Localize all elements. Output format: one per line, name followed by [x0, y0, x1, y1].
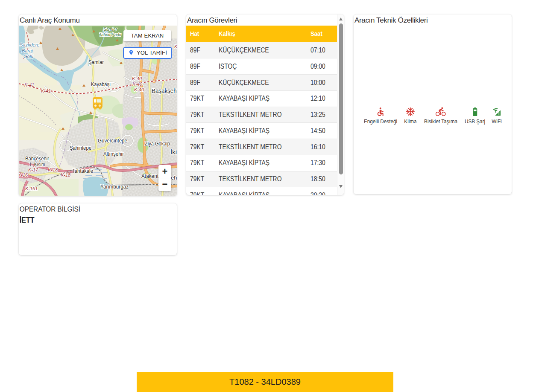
svg-text:Baraj: Baraj	[22, 48, 33, 53]
svg-text:K-161: K-161	[25, 186, 38, 191]
svg-text:Başakşehir: Başakşehir	[152, 87, 177, 94]
svg-text:K-17: K-17	[28, 167, 38, 172]
svg-text:K-40: K-40	[132, 81, 143, 87]
svg-text:İkitelli: İkitelli	[170, 149, 177, 155]
svg-text:Tabiat Parkı: Tabiat Parkı	[99, 32, 121, 37]
svg-text:K-41: K-41	[24, 82, 34, 87]
svg-text:Bahçeşehir: Bahçeşehir	[25, 155, 50, 162]
svg-text:K-18: K-18	[48, 167, 58, 172]
svg-text:Sazlıdere: Sazlıdere	[20, 42, 39, 47]
svg-text:1. Kısım: 1. Kısım	[29, 161, 45, 168]
svg-text:K-16: K-16	[19, 172, 28, 177]
svg-text:Şamlar: Şamlar	[88, 59, 104, 65]
svg-text:K-40: K-40	[134, 87, 144, 92]
svg-text:Kayabaşı: Kayabaşı	[91, 81, 111, 87]
svg-text:K-18: K-18	[61, 172, 71, 177]
svg-text:Güvercintepe: Güvercintepe	[98, 137, 127, 144]
svg-text:Tahtakale: Tahtakale	[72, 168, 93, 174]
svg-text:Altınşehir: Altınşehir	[103, 151, 124, 157]
svg-text:ehr: ehr	[171, 174, 177, 181]
svg-text:Atakent: Atakent	[141, 173, 158, 179]
svg-text:Gölü: Gölü	[23, 54, 33, 59]
svg-text:K-40: K-40	[132, 76, 142, 81]
svg-text:Yarımburgaz: Yarımburgaz	[100, 183, 129, 190]
svg-text:K: K	[174, 44, 177, 49]
svg-text:Şamlar: Şamlar	[103, 26, 117, 32]
svg-text:Ziya Gökalp: Ziya Gökalp	[145, 140, 170, 147]
svg-text:K-41: K-41	[41, 88, 51, 93]
svg-text:Şahintepe: Şahintepe	[70, 145, 91, 151]
